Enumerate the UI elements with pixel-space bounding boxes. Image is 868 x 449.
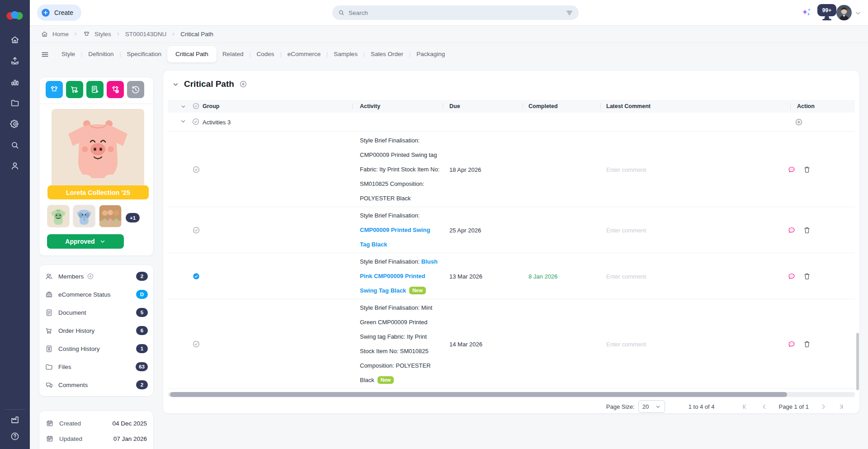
breadcrumb-styles-icon bbox=[83, 30, 90, 38]
delete-icon[interactable] bbox=[803, 165, 811, 174]
product-image[interactable] bbox=[52, 109, 144, 185]
filter-icon[interactable] bbox=[566, 9, 573, 17]
nav-factory-icon[interactable] bbox=[10, 415, 20, 425]
collection-banner[interactable]: Loreta Collection '25 bbox=[47, 185, 149, 199]
tab-definition[interactable]: Definition bbox=[82, 46, 119, 62]
tab-style[interactable]: Style bbox=[56, 46, 81, 62]
breadcrumb-item-home[interactable]: Home bbox=[52, 31, 69, 38]
tab-sales-order[interactable]: Sales Order bbox=[365, 46, 409, 62]
search-input[interactable] bbox=[349, 9, 562, 16]
nav-search-icon[interactable] bbox=[10, 140, 20, 150]
history-button[interactable] bbox=[127, 81, 144, 98]
comment-input[interactable]: Enter comment bbox=[606, 340, 646, 347]
header-check-icon[interactable] bbox=[192, 102, 200, 110]
breadcrumb-item-critical-path[interactable]: Critical Path bbox=[180, 31, 213, 38]
comment-icon[interactable] bbox=[788, 272, 796, 280]
column-header-due[interactable]: Due bbox=[449, 100, 460, 113]
row-check-icon[interactable] bbox=[192, 340, 200, 348]
delete-icon[interactable] bbox=[803, 272, 811, 280]
delete-icon[interactable] bbox=[803, 340, 811, 348]
activity-line: SM010825 Composition: bbox=[360, 177, 459, 191]
group-add-icon[interactable] bbox=[795, 118, 803, 126]
notifications-badge[interactable]: 99+ bbox=[817, 4, 836, 16]
tab-packaging[interactable]: Packaging bbox=[410, 46, 451, 62]
page-size-select[interactable]: 20 bbox=[638, 400, 665, 413]
summary-item-files[interactable]: Files63 bbox=[45, 358, 148, 376]
nav-help-icon[interactable] bbox=[10, 431, 20, 441]
nav-folder-icon[interactable] bbox=[10, 98, 20, 108]
nav-upload-icon[interactable] bbox=[10, 56, 20, 66]
comment-input[interactable]: Enter comment bbox=[606, 227, 646, 233]
comment-input[interactable]: Enter comment bbox=[606, 273, 646, 279]
activity-link[interactable]: CMP00009 Printed Swing bbox=[360, 227, 430, 233]
tab-specification[interactable]: Specification bbox=[121, 46, 168, 62]
next-page-icon[interactable] bbox=[820, 403, 827, 411]
column-header-activity[interactable]: Activity bbox=[360, 100, 380, 113]
activity-link[interactable]: Tag Black bbox=[360, 241, 387, 248]
vertical-scrollbar-thumb[interactable] bbox=[856, 333, 859, 390]
horizontal-scrollbar-thumb[interactable] bbox=[170, 392, 787, 397]
activity-link[interactable]: Pink CMP00009 Printed bbox=[360, 273, 425, 279]
account-chevron-icon[interactable] bbox=[854, 9, 862, 17]
tab-codes[interactable]: Codes bbox=[251, 46, 280, 62]
comment-icon[interactable] bbox=[788, 226, 796, 234]
thumbnail-1[interactable] bbox=[47, 205, 70, 227]
breadcrumb-item-styles[interactable]: Styles bbox=[94, 31, 111, 38]
ai-sparkles-icon[interactable] bbox=[801, 8, 812, 19]
breadcrumb-item-st000143dnu[interactable]: ST000143DNU bbox=[125, 31, 167, 38]
shirt-button[interactable] bbox=[46, 81, 63, 98]
delete-icon[interactable] bbox=[803, 226, 811, 234]
menu-icon[interactable] bbox=[41, 50, 49, 59]
summary-item-comments[interactable]: Comments2 bbox=[45, 376, 148, 394]
column-header-latest-comment[interactable]: Latest Comment bbox=[606, 100, 651, 113]
row-check-icon[interactable] bbox=[192, 165, 200, 174]
tab-related[interactable]: Related bbox=[217, 46, 250, 62]
column-header-completed[interactable]: Completed bbox=[528, 100, 558, 113]
add-activity-icon[interactable] bbox=[239, 80, 247, 88]
doc-plus-button[interactable] bbox=[86, 81, 104, 98]
more-images-badge[interactable]: +1 bbox=[126, 213, 140, 222]
summary-item-members[interactable]: Members2 bbox=[45, 267, 148, 285]
nav-user-icon[interactable] bbox=[10, 161, 20, 171]
nav-home-icon[interactable] bbox=[10, 35, 20, 45]
create-button[interactable]: Create bbox=[37, 5, 81, 21]
comment-icon[interactable] bbox=[788, 165, 796, 174]
comment-input[interactable]: Enter comment bbox=[606, 166, 646, 173]
header-collapse-icon[interactable] bbox=[180, 104, 186, 109]
activity-link[interactable]: Blush bbox=[421, 258, 438, 265]
first-page-icon[interactable] bbox=[741, 403, 749, 411]
activity-link[interactable]: Swing Tag Black bbox=[360, 287, 406, 294]
section-collapse-icon[interactable] bbox=[172, 81, 179, 88]
row-check-icon[interactable] bbox=[192, 226, 200, 234]
thumbnail-3[interactable] bbox=[99, 205, 122, 227]
tab-samples[interactable]: Samples bbox=[328, 46, 363, 62]
prev-page-icon[interactable] bbox=[760, 403, 768, 411]
nav-settings-icon[interactable] bbox=[10, 119, 20, 129]
row-check-icon-checked[interactable] bbox=[192, 272, 200, 280]
column-header-group[interactable]: Group bbox=[203, 100, 220, 113]
group-row[interactable]: Activities 3 bbox=[168, 113, 855, 132]
summary-item-label: Members bbox=[58, 273, 84, 280]
tab-ecommerce[interactable]: eCommerce bbox=[282, 46, 327, 62]
avatar[interactable] bbox=[836, 5, 852, 20]
summary-item-document[interactable]: Document5 bbox=[45, 303, 148, 321]
group-collapse-icon[interactable] bbox=[180, 118, 186, 124]
thumbnail-2[interactable] bbox=[73, 205, 95, 227]
shirt-x-button[interactable] bbox=[107, 81, 124, 98]
group-check-icon[interactable] bbox=[192, 118, 200, 126]
cart-plus-button[interactable] bbox=[66, 81, 83, 98]
comment-icon[interactable] bbox=[788, 340, 796, 348]
column-header-action[interactable]: Action bbox=[797, 100, 815, 113]
tab-critical-path[interactable]: Critical Path bbox=[167, 46, 217, 62]
last-page-icon[interactable] bbox=[837, 403, 845, 411]
summary-item-order-history[interactable]: Order History6 bbox=[45, 321, 148, 340]
summary-item-ecommerce-status[interactable]: eCommerce StatusD bbox=[45, 285, 148, 303]
app-logo[interactable] bbox=[6, 8, 24, 24]
cart-icon bbox=[45, 326, 53, 335]
add-member-icon[interactable] bbox=[87, 273, 94, 280]
global-search[interactable] bbox=[332, 5, 579, 20]
status-dropdown[interactable]: Approved bbox=[47, 234, 124, 249]
summary-item-costing-history[interactable]: Costing History1 bbox=[45, 340, 148, 358]
nav-analytics-icon[interactable] bbox=[10, 77, 20, 87]
horizontal-scrollbar[interactable] bbox=[168, 392, 855, 397]
